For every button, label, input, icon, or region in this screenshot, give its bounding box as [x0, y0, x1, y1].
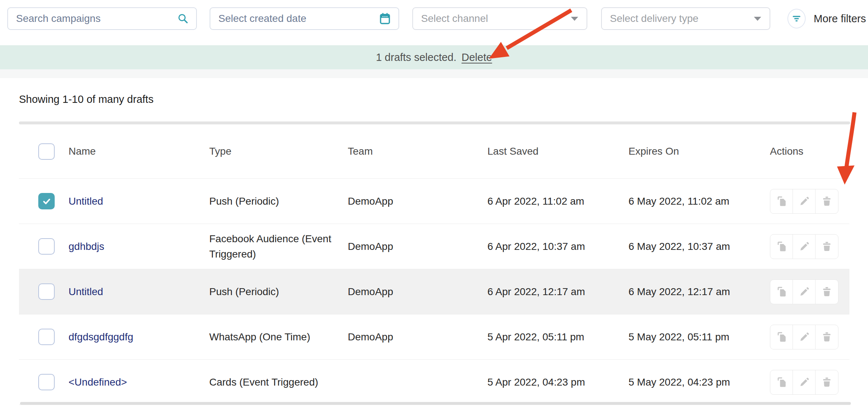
row-type: WhatsApp (One Time) — [209, 329, 310, 345]
row-expires-on: 5 May 2022, 05:11 pm — [628, 329, 770, 345]
delete-button[interactable] — [815, 234, 838, 259]
row-actions — [770, 279, 838, 304]
row-checkbox[interactable] — [38, 374, 55, 390]
delivery-type-select[interactable]: Select delivery type — [601, 7, 770, 30]
row-name-link[interactable]: Untitled — [69, 196, 103, 207]
row-expires-on: 5 May 2022, 04:23 pm — [628, 375, 770, 390]
row-checkbox[interactable] — [38, 193, 55, 209]
selection-count-text: 1 drafts selected. — [376, 51, 456, 63]
checkmark-icon — [42, 196, 52, 206]
pencil-icon — [798, 376, 810, 388]
table-header-row: Name Type Team Last Saved Expires On Act… — [19, 124, 849, 179]
row-name-link[interactable]: Untitled — [69, 286, 103, 297]
row-expires-on: 6 May 2022, 11:02 am — [628, 194, 770, 209]
edit-button[interactable] — [793, 370, 816, 395]
row-name-link[interactable]: <Undefined> — [69, 376, 127, 388]
selection-banner: 1 drafts selected. Delete — [0, 45, 868, 69]
list-summary: Showing 1-10 of many drafts — [19, 93, 153, 105]
table-bottom-divider — [20, 402, 851, 405]
column-header-type: Type — [209, 144, 348, 159]
table-body: Untitled Push (Periodic) DemoApp 6 Apr 2… — [19, 179, 849, 405]
delete-button[interactable] — [815, 325, 838, 349]
copy-icon — [776, 376, 787, 388]
copy-icon — [776, 241, 787, 252]
row-checkbox[interactable] — [38, 283, 55, 300]
chevron-down-icon — [754, 16, 762, 21]
filter-icon — [787, 9, 806, 28]
campaign-drafts-page: Select channel Select delivery type More… — [0, 0, 868, 406]
row-team: DemoApp — [348, 329, 487, 345]
row-expires-on: 6 May 2022, 10:37 am — [628, 239, 770, 254]
duplicate-button[interactable] — [770, 279, 793, 304]
row-type: Cards (Event Triggered) — [209, 375, 318, 390]
copy-icon — [776, 331, 787, 343]
calendar-icon[interactable] — [379, 12, 391, 25]
banner-bottom-strip — [0, 69, 868, 78]
delete-button[interactable] — [815, 189, 838, 214]
column-header-actions: Actions — [770, 144, 849, 159]
table-row: <Undefined> Cards (Event Triggered) 5 Ap… — [19, 360, 849, 405]
edit-button[interactable] — [793, 189, 816, 214]
search-input[interactable] — [8, 8, 177, 29]
row-type: Push (Periodic) — [209, 194, 279, 209]
row-last-saved: 6 Apr 2022, 12:17 am — [487, 284, 628, 299]
row-name-link[interactable]: gdhbdjs — [69, 241, 104, 252]
row-last-saved: 6 Apr 2022, 11:02 am — [487, 194, 628, 209]
copy-icon — [776, 196, 787, 207]
search-icon[interactable] — [177, 13, 189, 24]
row-checkbox[interactable] — [38, 329, 55, 345]
row-name-link[interactable]: dfgdsgdfggdfg — [69, 331, 133, 343]
table-row: Untitled Push (Periodic) DemoApp 6 Apr 2… — [19, 269, 849, 314]
search-campaigns-field[interactable] — [7, 7, 197, 30]
more-filters-label: More filters — [814, 13, 866, 25]
delete-button[interactable] — [815, 370, 838, 395]
table-row: dfgdsgdfggdfg WhatsApp (One Time) DemoAp… — [19, 314, 849, 360]
column-header-team: Team — [348, 144, 487, 159]
created-date-field[interactable] — [210, 7, 399, 30]
edit-button[interactable] — [793, 234, 816, 259]
channel-select[interactable]: Select channel — [412, 7, 587, 30]
delete-selected-link[interactable]: Delete — [462, 51, 492, 63]
duplicate-button[interactable] — [770, 189, 793, 214]
delivery-type-select-value: Select delivery type — [602, 13, 754, 24]
row-expires-on: 6 May 2022, 12:17 am — [628, 284, 770, 299]
row-team: DemoApp — [348, 284, 487, 299]
pencil-icon — [798, 286, 810, 298]
created-date-input[interactable] — [210, 8, 379, 29]
duplicate-button[interactable] — [770, 234, 793, 259]
trash-icon — [821, 376, 833, 388]
edit-button[interactable] — [793, 325, 816, 349]
row-actions — [770, 325, 838, 349]
column-header-expires-on: Expires On — [628, 144, 770, 159]
row-team: DemoApp — [348, 194, 487, 209]
trash-icon — [821, 331, 833, 343]
copy-icon — [776, 286, 787, 298]
edit-button[interactable] — [793, 279, 816, 304]
drafts-table: Name Type Team Last Saved Expires On Act… — [19, 124, 849, 405]
column-header-name: Name — [69, 144, 209, 159]
trash-icon — [821, 196, 833, 207]
chevron-down-icon — [571, 16, 579, 21]
delete-button[interactable] — [815, 279, 838, 304]
row-actions — [770, 234, 838, 259]
row-last-saved: 6 Apr 2022, 10:37 am — [487, 239, 628, 254]
pencil-icon — [798, 196, 810, 207]
row-last-saved: 5 Apr 2022, 05:11 pm — [487, 329, 628, 345]
channel-select-value: Select channel — [413, 13, 571, 24]
select-all-checkbox[interactable] — [38, 143, 55, 160]
pencil-icon — [798, 241, 810, 252]
table-top-divider — [19, 121, 850, 124]
table-row: gdhbdjs Facebook Audience (Event Trigger… — [19, 224, 849, 269]
row-type: Push (Periodic) — [209, 284, 279, 299]
row-checkbox[interactable] — [38, 238, 55, 255]
trash-icon — [821, 286, 833, 298]
pencil-icon — [798, 331, 810, 343]
trash-icon — [821, 241, 833, 252]
column-header-last-saved: Last Saved — [487, 144, 628, 159]
row-team: DemoApp — [348, 239, 487, 254]
more-filters-button[interactable]: More filters — [787, 8, 866, 29]
row-actions — [770, 370, 838, 395]
table-row: Untitled Push (Periodic) DemoApp 6 Apr 2… — [19, 179, 849, 224]
duplicate-button[interactable] — [770, 325, 793, 349]
duplicate-button[interactable] — [770, 370, 793, 395]
